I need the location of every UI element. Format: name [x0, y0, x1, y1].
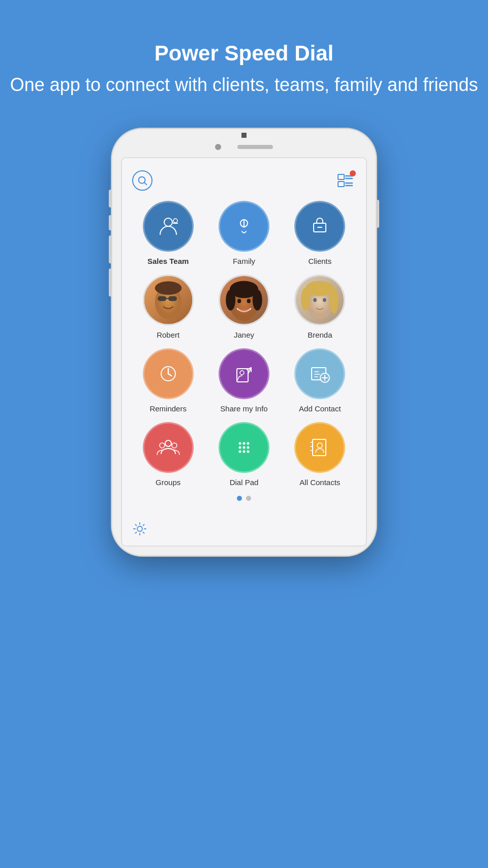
search-button[interactable] [132, 170, 152, 191]
svg-point-27 [247, 298, 251, 303]
share-my-info-label: Share my Info [220, 404, 267, 413]
grid-item-dial-pad[interactable]: Dial Pad [208, 422, 280, 487]
grid-item-reminders[interactable]: Reminders [132, 348, 204, 413]
svg-point-39 [240, 371, 244, 375]
add-contact-icon [294, 348, 345, 399]
share-my-info-icon [219, 348, 269, 399]
grid-item-janey[interactable]: Janey [208, 275, 280, 339]
reminders-label: Reminders [149, 404, 187, 413]
phone-bottom-bar [122, 517, 366, 546]
pagination-dots [130, 487, 358, 505]
svg-rect-18 [168, 296, 177, 301]
svg-point-8 [164, 218, 172, 226]
svg-point-33 [314, 298, 317, 302]
sales-team-label: Sales Team [147, 257, 189, 265]
grid-item-share-my-info[interactable]: Share my Info [208, 348, 280, 413]
svg-point-54 [242, 446, 245, 448]
dot-2[interactable] [246, 496, 251, 501]
svg-rect-2 [338, 174, 344, 179]
gear-icon [132, 521, 147, 536]
svg-point-50 [238, 442, 241, 444]
brenda-avatar [294, 275, 345, 325]
svg-point-26 [237, 298, 241, 303]
svg-point-58 [247, 450, 249, 453]
app-title: Power Speed Dial [0, 41, 488, 66]
phone-screen: Sales Team Family [121, 157, 367, 547]
svg-point-25 [253, 289, 262, 310]
sales-team-icon [143, 201, 194, 252]
svg-point-52 [247, 442, 249, 444]
svg-line-37 [168, 374, 171, 376]
grid-item-groups[interactable]: Groups [132, 422, 204, 487]
app-content: Sales Team Family [122, 158, 366, 517]
svg-point-30 [306, 281, 334, 296]
app-subtitle: One app to connect with clients, teams, … [0, 72, 488, 98]
clients-icon [294, 201, 345, 252]
grid-item-brenda[interactable]: Brenda [284, 275, 356, 339]
svg-point-63 [317, 443, 322, 448]
phone-top [121, 138, 367, 157]
items-grid: Sales Team Family [130, 201, 358, 487]
search-icon [137, 175, 148, 186]
dial-pad-label: Dial Pad [230, 478, 259, 487]
dial-pad-icon [219, 422, 269, 473]
svg-point-53 [238, 446, 241, 448]
top-bar [130, 166, 358, 201]
svg-point-51 [242, 442, 245, 444]
grid-item-robert[interactable]: Robert [132, 275, 204, 339]
family-label: Family [233, 257, 255, 265]
front-camera [215, 144, 221, 150]
janey-avatar [219, 275, 269, 325]
svg-rect-59 [313, 439, 326, 456]
svg-point-31 [301, 287, 310, 310]
svg-rect-5 [338, 182, 344, 187]
settings-button[interactable] [132, 521, 147, 538]
family-icon [219, 201, 269, 252]
phone-frame: Sales Team Family [112, 129, 376, 556]
svg-point-47 [165, 440, 171, 446]
mute-button[interactable] [109, 268, 112, 296]
svg-point-10 [173, 219, 177, 223]
grid-item-clients[interactable]: Clients [284, 201, 356, 265]
svg-point-55 [247, 446, 249, 448]
robert-label: Robert [157, 331, 179, 339]
add-contact-label: Add Contact [299, 404, 341, 413]
svg-point-32 [330, 288, 339, 313]
svg-point-49 [172, 443, 177, 448]
dot-1[interactable] [237, 496, 242, 501]
svg-rect-17 [158, 296, 166, 301]
brenda-label: Brenda [308, 331, 332, 339]
front-sensor [241, 133, 247, 138]
svg-point-64 [137, 526, 142, 531]
phone-speaker [237, 145, 273, 149]
groups-label: Groups [156, 478, 180, 487]
svg-point-34 [323, 298, 326, 302]
svg-point-20 [155, 281, 181, 294]
grid-item-family[interactable]: Family [208, 201, 280, 265]
clients-label: Clients [308, 257, 331, 265]
all-contacts-label: All Contacts [299, 478, 340, 487]
reminders-icon [143, 348, 194, 399]
notification-badge [350, 170, 356, 176]
robert-avatar [143, 275, 194, 325]
all-contacts-icon [294, 422, 345, 473]
svg-point-57 [242, 450, 245, 453]
svg-point-24 [226, 289, 235, 310]
grid-item-add-contact[interactable]: Add Contact [284, 348, 356, 413]
grid-item-all-contacts[interactable]: All Contacts [284, 422, 356, 487]
grid-item-sales-team[interactable]: Sales Team [132, 201, 204, 265]
svg-point-48 [160, 443, 165, 448]
groups-icon [143, 422, 194, 473]
svg-point-56 [238, 450, 241, 453]
svg-line-1 [144, 183, 146, 185]
volume-up-button[interactable] [109, 215, 112, 230]
phone-wrapper: Sales Team Family [0, 118, 488, 556]
janey-label: Janey [234, 331, 254, 339]
volume-down-button[interactable] [109, 235, 112, 263]
contact-list-button[interactable] [336, 170, 356, 191]
header-area: Power Speed Dial One app to connect with… [0, 0, 488, 118]
